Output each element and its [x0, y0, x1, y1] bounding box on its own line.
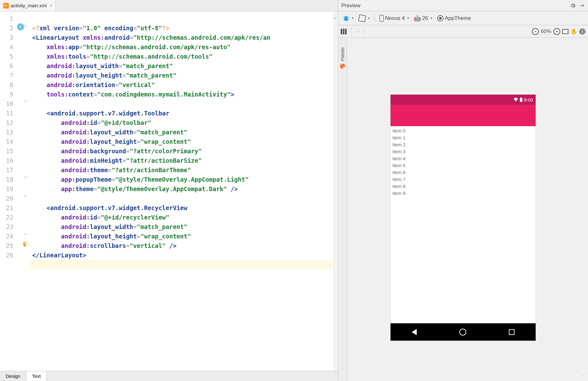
list-item: Item 7 — [392, 176, 534, 183]
tab-text[interactable]: Text — [26, 371, 47, 381]
code-text[interactable]: <?xml version="1.0" encoding="utf-8"?> <… — [30, 11, 338, 371]
recyclerview-preview: Item 0 Item 1 Item 2 Item 3 Item 4 Item … — [391, 126, 536, 198]
svg-marker-3 — [343, 18, 349, 21]
fold-icon[interactable]: ⊟ — [25, 194, 28, 198]
pan-vertical-icon[interactable]: ↕ — [363, 28, 366, 35]
check-icon: ✓ — [334, 13, 337, 23]
preview-toolbar: ▼ ▼ Nexus 4 ▼ 🤖 26 ▼ AppTheme — [338, 11, 588, 25]
theme-icon — [437, 15, 444, 21]
gear-icon[interactable] — [570, 3, 576, 9]
zoom-fit-icon[interactable] — [562, 29, 568, 34]
file-tab-label: activity_main.xml — [11, 3, 47, 8]
chevron-down-icon: ▼ — [351, 17, 354, 20]
dock-icon[interactable]: ⇥ — [579, 3, 585, 9]
viewport-mode-icon[interactable] — [341, 29, 347, 34]
tab-design[interactable]: Design — [0, 371, 26, 381]
xml-file-icon — [3, 3, 9, 9]
android-nav-bar — [391, 323, 536, 341]
svg-rect-1 — [24, 245, 26, 246]
chevron-down-icon: ▼ — [368, 17, 370, 20]
device-label: Nexus 4 — [385, 15, 405, 21]
rotate-icon — [358, 14, 366, 22]
nav-recent-icon[interactable] — [509, 329, 514, 335]
android-icon: 🤖 — [414, 15, 421, 21]
layers-icon — [343, 15, 350, 22]
close-icon[interactable]: × — [50, 3, 52, 8]
device-selector[interactable]: Nexus 4 ▼ — [378, 14, 411, 22]
wifi-icon — [513, 97, 518, 102]
svg-point-0 — [23, 242, 26, 245]
svg-rect-8 — [520, 97, 522, 98]
zoom-in-button[interactable]: + — [553, 28, 560, 35]
phone-icon — [379, 15, 384, 22]
preview-title: Preview — [341, 3, 567, 9]
pan-hand-icon[interactable]: ✋ — [570, 28, 577, 35]
line-number-gutter: 123 456 789 101112 131415 161718 192021 … — [0, 11, 16, 371]
list-item: Item 8 — [392, 183, 534, 190]
orientation-selector[interactable]: ▼ — [357, 14, 372, 22]
list-item: Item 6 — [392, 169, 534, 176]
preview-header: Preview ⇥ — [338, 0, 588, 11]
nav-home-icon[interactable] — [459, 329, 466, 336]
theme-label: AppTheme — [445, 15, 471, 21]
error-stripe[interactable]: ✓ — [333, 11, 338, 371]
zoom-toolbar: ↔ ↕ − 60% + ✋ ! — [338, 25, 588, 38]
file-tab-activity-main[interactable]: activity_main.xml × — [0, 0, 56, 11]
svg-point-6 — [343, 65, 344, 66]
device-frame: 8:00 Item 0 Item 1 Item 2 Item 3 Item 4 … — [391, 95, 536, 341]
editor-bottom-tabs: Design Text — [0, 371, 338, 381]
pan-horizontal-icon[interactable]: ↔ — [355, 28, 360, 35]
preview-canvas[interactable]: Palette 8:00 Item 0 Item 1 Item 2 Item 3… — [338, 38, 588, 381]
api-selector[interactable]: 🤖 26 ▼ — [413, 15, 434, 22]
gutter-icons: C ⊟ ⊟ ⊡ ⊟ ⊡ ⊡ — [16, 11, 30, 371]
surface-selector[interactable]: ▼ — [341, 14, 356, 22]
list-item: Item 1 — [392, 134, 534, 141]
preview-pane: Preview ⇥ ▼ ▼ Nexus 4 ▼ 🤖 26 ▼ AppTheme — [338, 0, 588, 381]
zoom-label: 60% — [541, 28, 551, 35]
svg-point-5 — [342, 64, 343, 65]
list-item: Item 0 — [392, 127, 534, 134]
list-item: Item 3 — [392, 148, 534, 155]
fold-icon[interactable]: ⊟ — [25, 100, 28, 103]
palette-rail[interactable]: Palette — [338, 38, 347, 381]
list-item: Item 4 — [392, 155, 534, 162]
android-status-bar: 8:00 — [391, 95, 536, 105]
svg-point-4 — [341, 65, 342, 66]
zoom-out-button[interactable]: − — [532, 28, 539, 35]
file-tab-bar: activity_main.xml × — [0, 0, 338, 11]
android-toolbar — [391, 105, 536, 126]
palette-label: Palette — [340, 47, 345, 61]
status-time: 8:00 — [524, 97, 533, 103]
lightbulb-icon[interactable] — [21, 241, 28, 247]
fold-icon[interactable]: ⊡ — [25, 232, 28, 236]
chevron-down-icon: ▼ — [407, 17, 409, 20]
nav-back-icon[interactable] — [412, 329, 417, 335]
fold-icon[interactable]: ⊟ — [25, 24, 28, 28]
battery-icon — [520, 97, 523, 102]
code-editor[interactable]: 123 456 789 101112 131415 161718 192021 … — [0, 11, 338, 371]
palette-icon — [339, 63, 346, 69]
svg-rect-7 — [520, 98, 522, 102]
editor-pane: activity_main.xml × 123 456 789 101112 1… — [0, 0, 338, 381]
api-label: 26 — [422, 15, 428, 21]
list-item: Item 5 — [392, 162, 534, 169]
warnings-icon[interactable]: ! — [579, 28, 585, 35]
list-item: Item 9 — [392, 190, 534, 197]
chevron-down-icon: ▼ — [430, 17, 433, 20]
class-marker-icon[interactable]: C — [17, 23, 24, 30]
list-item: Item 2 — [392, 141, 534, 148]
theme-selector[interactable]: AppTheme — [436, 15, 472, 22]
fold-icon[interactable]: ⊡ — [25, 175, 28, 179]
resize-grip-icon[interactable]: ⋰ — [580, 373, 587, 380]
